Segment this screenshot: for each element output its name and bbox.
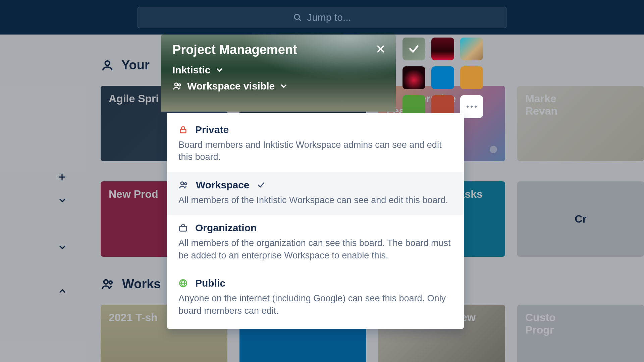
app-header: Jump to... [0, 0, 644, 35]
briefcase-icon [178, 223, 188, 233]
svg-rect-17 [180, 227, 187, 231]
globe-icon [178, 279, 188, 288]
option-label: Public [195, 278, 225, 289]
chevron-down-icon [215, 66, 224, 74]
svg-point-8 [178, 84, 180, 86]
background-picker [402, 38, 483, 118]
option-desc: Board members and Inktistic Workspace ad… [178, 139, 452, 163]
people-icon [172, 81, 182, 91]
ellipsis-icon [466, 105, 477, 108]
option-label: Private [195, 124, 229, 135]
bg-swatch[interactable] [431, 38, 454, 60]
visibility-selector[interactable]: Workspace visible [172, 80, 384, 92]
close-button[interactable] [376, 44, 386, 54]
svg-rect-14 [180, 129, 186, 133]
visibility-option-private[interactable]: Private Board members and Inktistic Work… [167, 117, 464, 172]
visibility-popover: Private Board members and Inktistic Work… [167, 113, 464, 329]
chevron-down-icon [279, 82, 288, 90]
svg-point-11 [467, 106, 469, 108]
lock-icon [178, 125, 188, 134]
check-icon [408, 43, 420, 55]
search-input[interactable]: Jump to... [138, 7, 506, 28]
svg-line-1 [299, 18, 301, 20]
bg-swatch[interactable] [402, 66, 425, 89]
visibility-option-organization[interactable]: Organization All members of the organiza… [167, 215, 464, 270]
option-desc: All members of the organization can see … [178, 237, 452, 261]
workspace-name: Inktistic [172, 64, 210, 76]
svg-point-16 [184, 183, 186, 185]
visibility-option-public[interactable]: Public Anyone on the internet (including… [167, 270, 464, 325]
board-title-input[interactable]: Project Management [172, 43, 384, 57]
bg-swatch[interactable] [402, 38, 425, 60]
svg-point-15 [181, 182, 184, 185]
option-label: Workspace [196, 179, 250, 191]
board-preview: Project Management Inktistic Workspace v… [161, 35, 396, 112]
bg-swatch[interactable] [460, 38, 483, 60]
option-label: Organization [195, 222, 257, 234]
bg-swatch[interactable] [431, 66, 454, 89]
check-icon [257, 181, 265, 189]
svg-point-12 [471, 106, 473, 108]
option-desc: Anyone on the internet (including Google… [178, 292, 452, 317]
option-desc: All members of the Inktistic Workspace c… [178, 194, 452, 206]
workspace-selector[interactable]: Inktistic [172, 64, 384, 76]
search-icon [293, 13, 302, 22]
people-icon [178, 180, 189, 190]
svg-point-13 [475, 106, 477, 108]
bg-swatch[interactable] [460, 66, 483, 89]
visibility-option-workspace[interactable]: Workspace All members of the Inktistic W… [167, 172, 464, 215]
create-board-modal: Project Management Inktistic Workspace v… [161, 35, 396, 112]
search-placeholder: Jump to... [307, 12, 351, 23]
svg-point-7 [175, 83, 178, 86]
visibility-label: Workspace visible [187, 80, 275, 92]
